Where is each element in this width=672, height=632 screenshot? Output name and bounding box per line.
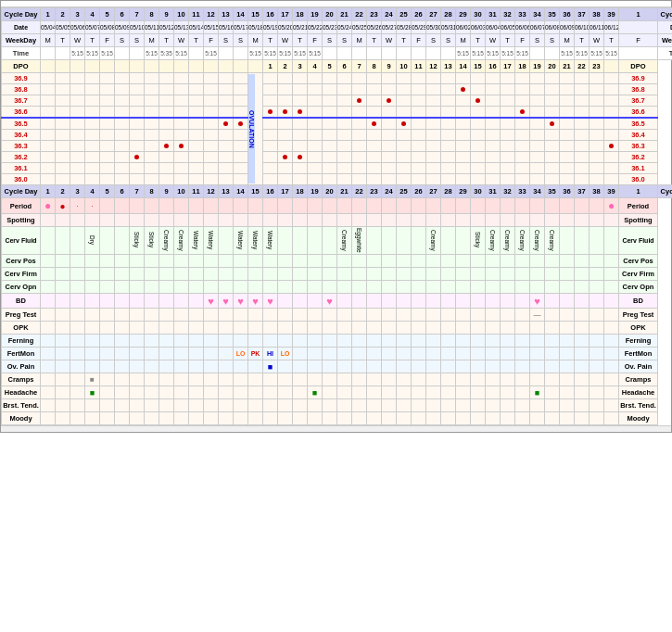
table-cell — [278, 360, 293, 373]
table-cell — [323, 152, 337, 163]
table-cell — [70, 163, 85, 174]
table-cell — [515, 84, 530, 95]
table-cell — [159, 335, 174, 348]
table-cell: 17 — [278, 185, 293, 198]
table-cell — [382, 322, 397, 335]
row-label-right: Ov. Pain — [619, 360, 658, 373]
table-cell — [471, 174, 486, 185]
table-cell — [456, 294, 471, 309]
table-cell — [515, 73, 530, 84]
table-cell — [486, 281, 501, 294]
table-cell — [248, 335, 263, 348]
table-cell — [204, 130, 219, 141]
table-cell: ● — [604, 198, 619, 214]
table-cell — [56, 118, 70, 130]
table-cell — [441, 360, 456, 373]
table-cell — [145, 118, 159, 130]
row-label-left: WeekDay — [2, 34, 41, 47]
table-cell — [308, 107, 323, 119]
row-label-left: Ov. Pain — [2, 360, 41, 373]
table-cell — [604, 281, 619, 294]
table-cell — [441, 152, 456, 163]
table-cell — [56, 281, 70, 294]
table-cell — [293, 152, 308, 163]
table-cell — [85, 152, 100, 163]
table-cell — [248, 360, 263, 373]
table-cell: 27 — [426, 185, 441, 198]
table-cell — [293, 84, 308, 95]
table-cell — [85, 163, 100, 174]
table-cell — [397, 281, 412, 294]
table-cell — [352, 174, 367, 185]
table-cell: 23 — [367, 8, 382, 21]
table-cell — [471, 255, 486, 268]
table-cell — [174, 130, 189, 141]
table-cell — [397, 386, 412, 399]
table-cell — [145, 386, 159, 399]
table-cell — [219, 107, 234, 119]
table-cell — [56, 268, 70, 281]
table-cell — [530, 412, 545, 425]
table-cell: F — [204, 34, 219, 47]
table-cell — [70, 174, 85, 185]
table-cell — [130, 268, 145, 281]
row-label-left: Period — [2, 198, 41, 214]
table-cell: 4 — [308, 60, 323, 73]
table-cell: 13 — [219, 185, 234, 198]
table-cell: 5:15 — [145, 47, 159, 60]
table-cell — [501, 294, 515, 309]
table-cell: 35 — [545, 185, 560, 198]
table-cell — [604, 107, 619, 119]
table-cell — [501, 255, 515, 268]
table-cell — [604, 322, 619, 335]
table-cell — [575, 174, 590, 185]
table-cell — [130, 152, 145, 163]
table-cell — [293, 322, 308, 335]
table-cell — [382, 335, 397, 348]
table-cell: 5:15 — [293, 47, 308, 60]
table-cell — [382, 141, 397, 152]
table-cell — [352, 399, 367, 412]
table-cell — [323, 386, 337, 399]
table-cell — [189, 198, 204, 214]
table-cell — [234, 214, 248, 227]
table-cell — [560, 152, 575, 163]
table-cell: Watery — [234, 227, 248, 255]
table-cell — [575, 95, 590, 107]
table-cell — [219, 412, 234, 425]
table-cell — [590, 95, 604, 107]
table-cell — [604, 118, 619, 130]
table-cell — [234, 255, 248, 268]
table-cell — [560, 118, 575, 130]
table-cell: 15 — [248, 8, 263, 21]
table-cell — [575, 84, 590, 95]
table-cell — [471, 130, 486, 141]
table-cell — [85, 214, 100, 227]
table-cell — [456, 84, 471, 95]
table-cell — [56, 141, 70, 152]
table-cell: 11 — [189, 8, 204, 21]
table-cell — [278, 214, 293, 227]
table-cell: S — [234, 34, 248, 47]
row-label-left: Ferning — [2, 335, 41, 348]
table-cell — [575, 255, 590, 268]
table-cell — [189, 47, 204, 60]
table-cell — [590, 73, 604, 84]
table-cell: Watery — [189, 227, 204, 255]
table-cell: OVULATION — [248, 73, 263, 185]
table-cell: LO — [234, 348, 248, 360]
table-cell — [441, 309, 456, 322]
table-cell — [515, 198, 530, 214]
table-cell: T — [85, 34, 100, 47]
table-cell — [456, 255, 471, 268]
row-label-left: 36.5 — [2, 118, 41, 130]
table-cell — [397, 294, 412, 309]
table-cell — [189, 281, 204, 294]
table-cell — [293, 294, 308, 309]
table-cell — [486, 386, 501, 399]
table-cell: T — [293, 34, 308, 47]
table-cell — [278, 309, 293, 322]
table-cell — [515, 322, 530, 335]
table-cell — [501, 214, 515, 227]
table-cell — [515, 174, 530, 185]
